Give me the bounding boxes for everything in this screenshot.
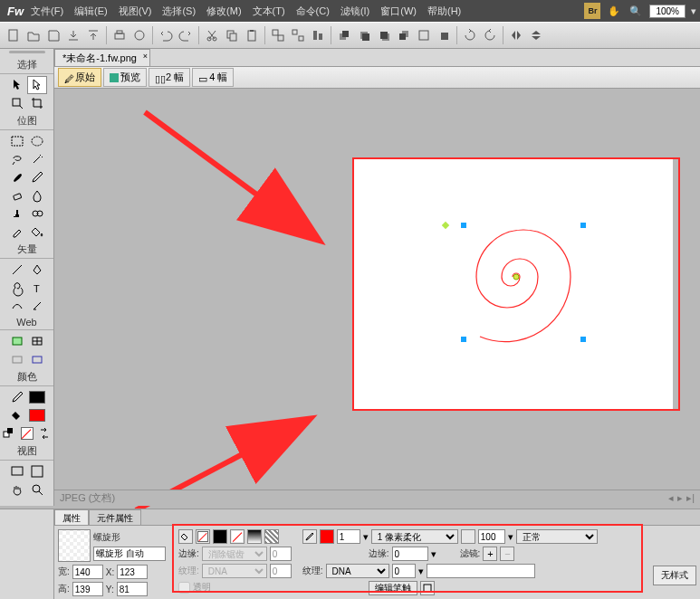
- slice-tool-icon[interactable]: [27, 332, 47, 350]
- zoom-tool-icon[interactable]: [27, 480, 47, 499]
- menu-help[interactable]: 帮助(H): [422, 5, 466, 18]
- pointer-tool-icon[interactable]: [7, 76, 27, 94]
- ungroup-icon[interactable]: [289, 26, 307, 44]
- line-tool-icon[interactable]: [7, 261, 27, 279]
- close-tab-icon[interactable]: ×: [143, 52, 148, 61]
- freeform-tool-icon[interactable]: [7, 297, 27, 315]
- menu-window[interactable]: 窗口(W): [375, 5, 422, 18]
- stamp-tool-icon[interactable]: [7, 204, 27, 223]
- menu-commands[interactable]: 命令(C): [291, 5, 335, 18]
- oval-marquee-tool-icon[interactable]: [27, 132, 47, 150]
- panel-grip-icon[interactable]: [9, 51, 45, 53]
- flip-v-icon[interactable]: [527, 26, 545, 44]
- zoom-icon[interactable]: 🔍: [628, 3, 644, 19]
- import-icon[interactable]: [64, 26, 82, 44]
- rotate-cw-icon[interactable]: [461, 26, 479, 44]
- stroke-swatch[interactable]: [27, 388, 47, 406]
- hand-tool-icon[interactable]: [7, 480, 27, 499]
- lasso-tool-icon[interactable]: [7, 150, 27, 168]
- copy-icon[interactable]: [223, 26, 241, 44]
- rotate-ccw-icon[interactable]: [481, 26, 499, 44]
- pencil-tool-icon[interactable]: [27, 168, 47, 186]
- view-original[interactable]: 🖉原始: [58, 68, 101, 87]
- canvas[interactable]: [354, 159, 673, 409]
- save-icon[interactable]: [44, 26, 62, 44]
- fill-color-swatch[interactable]: [196, 529, 210, 544]
- default-colors-icon[interactable]: [0, 424, 18, 442]
- bring-front-icon[interactable]: [335, 26, 353, 44]
- view-4up[interactable]: ▭4 幅: [192, 68, 234, 87]
- eyedropper-tool-icon[interactable]: [7, 223, 27, 241]
- menu-filters[interactable]: 滤镜(I): [335, 5, 375, 18]
- text-tool-icon[interactable]: T: [27, 279, 47, 297]
- y-field[interactable]: [117, 582, 148, 596]
- scale-tool-icon[interactable]: [7, 94, 27, 112]
- align-icon[interactable]: [309, 26, 327, 44]
- full-screen-icon[interactable]: [27, 462, 47, 480]
- prev-frame-icon[interactable]: ◂: [668, 492, 674, 504]
- handle-tl[interactable]: [461, 223, 466, 228]
- new-file-icon[interactable]: [5, 26, 23, 44]
- zoom-dropdown-icon[interactable]: ▾: [691, 5, 696, 17]
- spiral-tool-icon[interactable]: [7, 279, 27, 297]
- height-field[interactable]: [72, 582, 103, 596]
- arrange-icon-5[interactable]: [415, 26, 433, 44]
- spiral-center-handle[interactable]: [513, 274, 519, 280]
- handle-br[interactable]: [580, 337, 586, 342]
- hotspot-tool-icon[interactable]: [7, 332, 27, 350]
- pen-tool-icon[interactable]: [27, 261, 47, 279]
- preview-browser-icon[interactable]: [130, 26, 149, 44]
- send-backward-icon[interactable]: [375, 26, 393, 44]
- hand-icon[interactable]: ✋: [606, 3, 622, 19]
- document-tab[interactable]: *未命名-1.fw.png ×: [54, 49, 150, 66]
- menu-view[interactable]: 视图(V): [113, 5, 158, 18]
- zoom-level[interactable]: 100%: [649, 5, 686, 18]
- crop-tool-icon[interactable]: [27, 94, 47, 112]
- spiral-shape[interactable]: [354, 159, 673, 409]
- wand-tool-icon[interactable]: [27, 150, 47, 168]
- handle-tr[interactable]: [580, 223, 586, 228]
- next-frame-icon[interactable]: ▸|: [686, 492, 695, 504]
- standard-screen-icon[interactable]: [7, 462, 27, 480]
- arrange-icon-6[interactable]: [435, 26, 453, 44]
- no-style-button[interactable]: 无样式: [653, 566, 696, 585]
- send-back-icon[interactable]: [395, 26, 413, 44]
- replace-color-tool-icon[interactable]: [27, 204, 47, 223]
- redo-icon[interactable]: [177, 26, 195, 44]
- fill-none-icon[interactable]: [230, 529, 245, 544]
- x-field[interactable]: [117, 565, 148, 579]
- bring-forward-icon[interactable]: [355, 26, 373, 44]
- fill-swatch[interactable]: [27, 406, 47, 424]
- eraser-tool-icon[interactable]: [7, 186, 27, 204]
- cut-icon[interactable]: [203, 26, 221, 44]
- paste-icon[interactable]: [243, 26, 261, 44]
- open-file-icon[interactable]: [24, 26, 43, 44]
- menu-text[interactable]: 文本(T): [247, 5, 291, 18]
- tab-symbol-properties[interactable]: 元件属性: [89, 509, 141, 525]
- swap-colors-icon[interactable]: [35, 424, 53, 442]
- tab-properties[interactable]: 属性: [54, 509, 89, 525]
- menu-modify[interactable]: 修改(M): [201, 5, 247, 18]
- stroke-color-icon[interactable]: [7, 388, 27, 406]
- bucket-tool-icon[interactable]: [27, 223, 47, 241]
- hide-slices-icon[interactable]: [7, 350, 27, 368]
- brush-tool-icon[interactable]: [7, 168, 27, 186]
- menu-file[interactable]: 文件(F): [25, 5, 69, 18]
- show-slices-icon[interactable]: [27, 350, 47, 368]
- fill-color-icon[interactable]: [7, 406, 27, 424]
- view-2up[interactable]: ▯▯2 幅: [149, 68, 190, 87]
- view-preview[interactable]: 预览: [103, 68, 147, 87]
- export-icon[interactable]: [84, 26, 102, 44]
- bridge-icon[interactable]: Br: [584, 3, 600, 19]
- marquee-tool-icon[interactable]: [7, 132, 27, 150]
- menu-select[interactable]: 选择(S): [157, 5, 201, 18]
- shape-mode-field[interactable]: [93, 547, 166, 561]
- knife-tool-icon[interactable]: [27, 297, 47, 315]
- menu-edit[interactable]: 编辑(E): [69, 5, 113, 18]
- no-color-icon[interactable]: [18, 424, 36, 442]
- width-field[interactable]: [72, 565, 103, 579]
- subselect-tool-icon[interactable]: [27, 76, 47, 94]
- play-icon[interactable]: ▸: [677, 492, 683, 504]
- handle-bl[interactable]: [461, 337, 466, 342]
- blur-tool-icon[interactable]: [27, 186, 47, 204]
